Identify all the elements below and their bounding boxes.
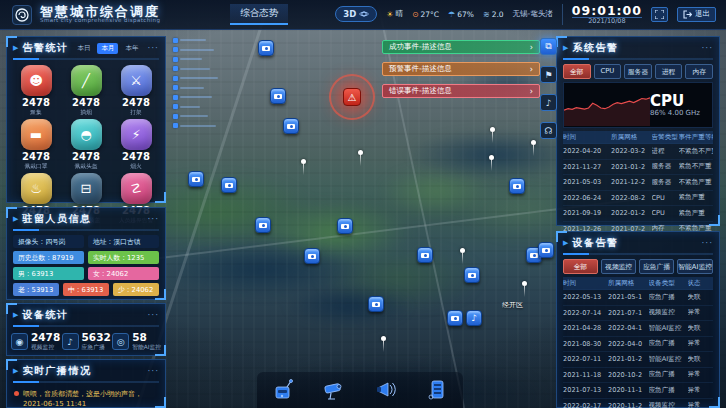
table-row[interactable]: 2021-07-132020-11-1应急广播异常 — [563, 383, 713, 399]
camera-marker[interactable] — [538, 242, 554, 258]
camera-marker[interactable] — [368, 296, 384, 312]
alarm-stat-item[interactable]: ◓2478佩戴头盔 — [61, 119, 111, 171]
camera-marker[interactable] — [221, 177, 237, 193]
map-poi-label[interactable] — [173, 66, 210, 72]
radio-button[interactable]: ☊ — [540, 122, 557, 139]
map-poi-label[interactable] — [173, 85, 204, 91]
map-point-marker[interactable] — [522, 281, 527, 286]
megaphone-button[interactable] — [371, 376, 401, 404]
camera-marker[interactable] — [304, 248, 320, 264]
map-poi-label[interactable] — [173, 75, 218, 81]
speaker-button[interactable]: ♪ — [540, 94, 557, 111]
tab-内存[interactable]: 内存 — [685, 64, 713, 79]
alarm-label: 打架 — [112, 108, 160, 117]
table-row[interactable]: 2021-05-032021-12-2服务器不紧急严重 — [563, 175, 713, 191]
more-menu-icon[interactable]: ··· — [147, 43, 159, 53]
fullscreen-button[interactable] — [651, 7, 668, 22]
3d-mode-toggle[interactable]: 3D — [335, 6, 377, 22]
broadcast-station-button[interactable] — [268, 376, 298, 404]
device-stat-item[interactable]: ◉2478视频监控 — [11, 332, 60, 352]
camera-marker[interactable] — [255, 217, 271, 233]
table-row[interactable]: 2022-04-202022-03-2进程不紧急不严重 — [563, 144, 713, 160]
tab-本日[interactable]: 本日 — [73, 43, 94, 54]
more-menu-icon[interactable]: ··· — [701, 43, 713, 53]
tab-本年[interactable]: 本年 — [121, 43, 142, 54]
camera-marker[interactable] — [464, 267, 480, 283]
table-row[interactable]: 2022-02-172020-11-2视频监控异常 — [563, 399, 713, 408]
alarm-stat-item[interactable]: ☻2478聚集 — [11, 65, 61, 117]
tab-全部[interactable]: 全部 — [563, 259, 598, 274]
tab-视频监控[interactable]: 视频监控 — [601, 259, 636, 274]
map-poi-label[interactable] — [173, 104, 200, 110]
table-row[interactable]: 2022-07-142021-07-1视频监控异常 — [563, 306, 713, 322]
alarm-stat-item[interactable]: ⚔2478打架 — [111, 65, 161, 117]
table-cell: 异常 — [688, 308, 714, 317]
camera-marker[interactable] — [417, 247, 433, 263]
cctv-camera-button[interactable] — [319, 376, 349, 404]
map-point-marker[interactable] — [460, 248, 465, 253]
alarm-stat-item[interactable]: ╱2478抽烟 — [61, 65, 111, 117]
broadcast-message-item[interactable]: 喂喂，音质都清楚，这是小明的声音， 2021-06-15 11:41 — [7, 386, 165, 408]
map-poi-label[interactable] — [173, 94, 212, 100]
map-point-marker[interactable] — [381, 336, 386, 341]
camera-marker[interactable] — [258, 40, 274, 56]
alarm-stat-item[interactable]: ▬2478佩戴口罩 — [11, 119, 61, 171]
camera-marker[interactable] — [509, 178, 525, 194]
layers-button[interactable]: ⧉ — [540, 38, 557, 55]
map-poi-label[interactable] — [173, 113, 208, 119]
table-row[interactable]: 2021-09-192022-01-2CPU紧急严重 — [563, 206, 713, 222]
map-point-marker[interactable] — [489, 155, 494, 160]
map-point-marker[interactable] — [531, 140, 536, 145]
exit-button[interactable]: 退出 — [677, 7, 716, 22]
tab-overview[interactable]: 综合态势 — [230, 4, 288, 25]
device-stat-item[interactable]: ♪5632应急广播 — [62, 332, 111, 352]
table-cell: 2022-04-1 — [608, 324, 649, 332]
server-button[interactable] — [422, 376, 452, 404]
map-poi-label[interactable] — [173, 37, 206, 43]
warning-event-toast[interactable]: 预警事件-描述信息› — [382, 62, 540, 76]
table-row[interactable]: 2022-06-242022-08-2CPU紧急严重 — [563, 191, 713, 207]
table-row[interactable]: 2021-11-272021-01-2服务器紧急不严重 — [563, 160, 713, 176]
tab-CPU[interactable]: CPU — [594, 64, 622, 79]
camera-marker[interactable] — [283, 118, 299, 134]
table-cell: 2021-11-18 — [563, 371, 608, 379]
alarm-stat-item[interactable]: ⚡2478烟火 — [111, 119, 161, 171]
tab-进程[interactable]: 进程 — [655, 64, 683, 79]
map-poi-label[interactable] — [173, 47, 214, 53]
camera-marker[interactable] — [270, 88, 286, 104]
tab-服务器[interactable]: 服务器 — [624, 64, 652, 79]
tab-智能AI监控[interactable]: 智能AI监控 — [677, 259, 713, 274]
tab-应急广播[interactable]: 应急广播 — [639, 259, 674, 274]
tab-全部[interactable]: 全部 — [563, 64, 591, 79]
table-row[interactable]: 2021-11-182020-10-2应急广播异常 — [563, 368, 713, 384]
camera-marker[interactable] — [337, 218, 353, 234]
map-poi-label[interactable] — [173, 56, 202, 62]
alarm-marker[interactable]: ⚠ — [343, 88, 361, 106]
map-point-marker[interactable] — [490, 127, 495, 132]
map-poi-label[interactable] — [173, 123, 216, 129]
table-row[interactable]: 2022-05-132021-05-1应急广播失联 — [563, 290, 713, 306]
error-event-toast[interactable]: 错误事件-描述信息› — [382, 84, 540, 98]
column-header: 状态 — [688, 279, 714, 288]
device-alarm-table: 时间所属网格设备类型状态2022-05-132021-05-1应急广播失联202… — [563, 277, 713, 408]
table-row[interactable]: 2021-08-302022-04-0应急广播异常 — [563, 337, 713, 353]
table-row[interactable]: 2021-04-282022-04-1智能AI监控失联 — [563, 321, 713, 337]
camera-marker[interactable] — [447, 310, 463, 326]
tab-本月[interactable]: 本月 — [97, 43, 118, 54]
more-menu-icon[interactable]: ··· — [147, 214, 159, 224]
panel-title: 系统告警 — [572, 41, 618, 55]
map-point-marker[interactable] — [301, 159, 306, 164]
device-stat-item[interactable]: ◎58智能AI监控 — [112, 332, 161, 352]
success-event-toast[interactable]: 成功事件-描述信息› — [382, 40, 540, 54]
more-menu-icon[interactable]: ··· — [701, 238, 713, 248]
more-menu-icon[interactable]: ··· — [147, 366, 159, 376]
table-row[interactable]: 2022-07-112021-01-2智能AI监控失联 — [563, 352, 713, 368]
flag-button[interactable]: ⚑ — [540, 66, 557, 83]
table-cell: 2021-05-03 — [563, 178, 611, 186]
more-menu-icon[interactable]: ··· — [147, 310, 159, 320]
camera-marker[interactable] — [188, 171, 204, 187]
speaker-marker[interactable]: ♪ — [466, 310, 482, 326]
device-stats-panel: ▶ 设备统计 ··· ◉2478视频监控♪5632应急广播◎58智能AI监控 — [6, 303, 166, 356]
map-point-marker[interactable] — [358, 150, 363, 155]
table-cell: 2022-06-24 — [563, 194, 611, 202]
